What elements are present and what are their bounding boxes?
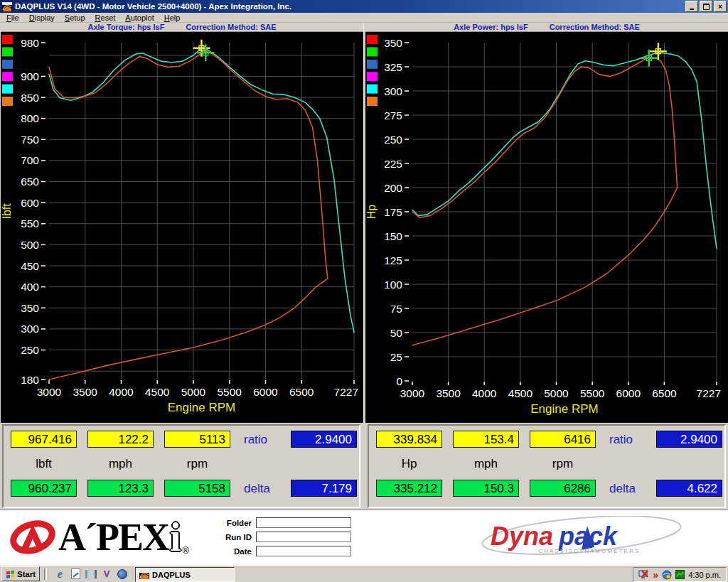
window-title: DAQPLUS V14 (4WD - Motor Vehicle 2500+40… [15,2,684,11]
svg-text:750: 750 [21,134,39,146]
power-current-mph-field: 150.3 [453,480,519,497]
torque-chart[interactable]: 3000350040004500500055006000650072271802… [1,32,363,423]
date-label: Date [200,547,252,556]
svg-text:325: 325 [384,61,402,73]
folder-label: Folder [200,519,252,527]
run-id-input[interactable] [256,532,351,542]
svg-text:6000: 6000 [616,387,641,399]
power-peak-mph-field: 153.4 [453,431,519,448]
torque-chart-header: Axle Torque: hps IsF Correction Method: … [1,23,363,32]
svg-text:7227: 7227 [334,386,358,398]
power-readout-panel: 339.834 153.4 6416 ratio 2.9400 Hp mph r… [368,424,726,508]
power-unit-label: Hp [376,457,442,471]
offline-network-icon[interactable] [638,570,649,580]
menu-display[interactable]: Display [24,14,60,22]
svg-text:350: 350 [384,37,402,49]
svg-text:3000: 3000 [400,387,425,399]
svg-text:4500: 4500 [508,387,533,399]
torque-peak-value-field: 967.416 [11,431,77,448]
svg-text:250: 250 [21,344,39,356]
svg-text:0: 0 [396,375,402,387]
taskbar-divider [44,568,47,580]
power-chart[interactable]: 3000350040004500500055006000650072270255… [365,32,728,423]
folder-input[interactable] [256,517,351,528]
menu-setup[interactable]: Setup [60,14,90,22]
footer: A´PEX i ® Folder Run ID Date Dyna pack C… [0,510,728,565]
torque-current-value-field: 960.237 [11,480,77,497]
svg-text:6500: 6500 [289,386,314,398]
torque-readout-panel: 967.416 122.2 5113 ratio 2.9400 lbft mph… [2,424,360,508]
menu-file[interactable]: File [1,14,24,22]
channels-icon[interactable] [85,568,97,580]
dynapack-pack-text: pack [558,522,619,551]
winamp-icon[interactable]: V [101,568,112,580]
svg-text:5500: 5500 [217,386,242,398]
power-rpm-label: rpm [530,457,596,471]
torque-peak-mph-field: 122.2 [87,431,154,448]
torque-current-rpm-field: 5158 [164,480,230,497]
svg-text:400: 400 [21,281,39,293]
dialup-icon[interactable] [662,570,672,580]
svg-text:700: 700 [21,154,39,166]
svg-text:600: 600 [21,197,39,209]
torque-current-mph-field: 123.3 [87,480,154,497]
dyno-link-icon[interactable] [675,570,685,579]
svg-text:225: 225 [384,158,402,170]
torque-unit-label: lbft [11,457,77,471]
svg-text:900: 900 [21,70,39,82]
close-button[interactable]: × [714,1,727,12]
minimize-button[interactable] [685,1,698,12]
svg-text:50: 50 [390,327,403,339]
power-delta-label: delta [609,482,651,496]
torque-chart-title: Axle Torque: hps IsF [87,23,164,31]
quick-launch: e V [54,568,128,580]
daqplus-task-label: DAQPLUS [152,571,191,579]
svg-text:200: 200 [384,182,402,194]
menu-reset[interactable]: Reset [90,14,121,22]
apex-registered-mark: ® [183,545,190,556]
svg-text:4000: 4000 [109,386,134,398]
apex-logo: A´PEX i ® [10,513,189,561]
svg-text:150: 150 [384,230,402,242]
restore-button[interactable] [700,1,712,12]
dynapack-subtitle: C H A S S I S D Y N A M O M E T E R S [538,548,638,554]
date-input[interactable] [256,546,351,556]
ie-icon[interactable]: e [54,568,65,580]
svg-text:Engine RPM: Engine RPM [168,401,235,414]
power-ratio-field: 2.9400 [656,431,722,448]
power-peak-value-field: 339.834 [376,431,442,448]
svg-text:75: 75 [390,303,402,315]
svg-text:4500: 4500 [145,386,170,398]
svg-text:180: 180 [21,374,39,386]
torque-delta-label: delta [244,482,285,496]
torque-ratio-field: 2.9400 [291,431,357,448]
windows-flag-icon [6,569,15,578]
torque-rpm-label: rpm [164,457,230,471]
start-button[interactable]: Start [1,566,40,581]
svg-text:3000: 3000 [37,386,62,398]
start-button-label: Start [17,570,36,578]
document-icon[interactable] [70,568,81,580]
fast-forward-icon[interactable]: » [653,571,658,578]
media-player-icon[interactable] [117,568,128,580]
torque-mph-label: mph [87,457,154,471]
taskbar: Start e V DAQPLUS » [0,565,728,582]
system-tray: » 4:30 p.m. [633,567,727,582]
svg-text:650: 650 [21,176,39,188]
menu-bar: File Display Setup Reset Autoplot Help [0,13,728,23]
torque-peak-rpm-field: 5113 [164,431,230,448]
menu-autoplot[interactable]: Autoplot [120,14,159,22]
power-chart-title: Axle Power: hps IsF [454,23,528,31]
menu-help[interactable]: Help [159,14,186,22]
svg-text:Engine RPM: Engine RPM [530,402,598,416]
svg-text:550: 550 [21,217,39,230]
svg-text:500: 500 [21,239,39,251]
svg-text:Hp: Hp [365,205,378,220]
svg-text:100: 100 [384,279,402,291]
power-peak-rpm-field: 6416 [530,431,596,448]
daqplus-task-button[interactable]: DAQPLUS [135,567,235,582]
clock[interactable]: 4:30 p.m. [688,571,721,579]
daqplus-app-icon [2,2,12,11]
apex-logo-text: A´PEX [58,516,168,559]
title-bar: DAQPLUS V14 (4WD - Motor Vehicle 2500+40… [0,0,728,13]
